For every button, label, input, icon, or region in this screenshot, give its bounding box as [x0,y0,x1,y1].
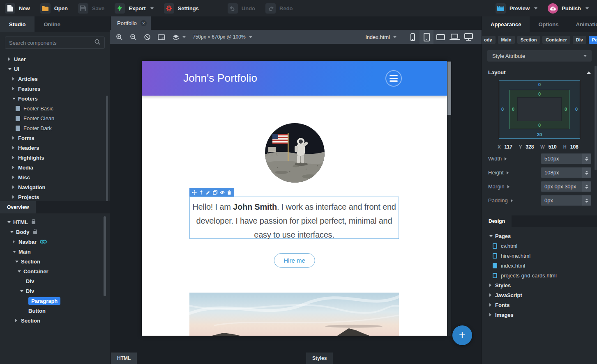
export-button[interactable]: Export [115,3,153,14]
overview-item-paragraph[interactable]: Paragraph [0,296,110,306]
tree-item-footers[interactable]: Footers [0,94,110,103]
box-model[interactable]: 0 30 0 0 0 0 0 0 [499,80,580,139]
delete-icon[interactable] [227,190,232,195]
canvas-size-selector[interactable]: 750px × 670px @ 100% [193,34,252,40]
publish-button[interactable]: Publish [548,3,589,14]
margin-field[interactable]: 0px 0px 30px [541,181,591,192]
move-up-icon[interactable] [199,190,204,195]
design-item-images[interactable]: Images [482,310,597,320]
tab-overview[interactable]: Overview [0,201,36,213]
breadcrumb-body[interactable]: ody [482,36,496,44]
device-tablet-landscape-button[interactable] [433,30,447,44]
device-laptop-button[interactable] [447,30,461,44]
open-button[interactable]: Open [40,3,68,14]
canvas[interactable]: John's Portfolio [110,44,482,352]
tree-item-forms[interactable]: Forms [0,133,110,143]
overview-item-div[interactable]: Div [0,276,110,286]
disable-styles-icon[interactable] [144,34,151,41]
redo-button[interactable]: Redo [265,3,293,14]
padding-field[interactable]: 0px [541,195,591,206]
overview-item-html[interactable]: HTML [0,217,110,227]
stepper-icon[interactable] [582,195,591,206]
right-panel-scrollbar[interactable] [595,66,597,170]
overview-item-container[interactable]: Container [0,266,110,276]
zoom-in-icon[interactable] [116,34,123,41]
design-item-cv[interactable]: cv.html [482,241,597,251]
design-item-projects-grid-cards[interactable]: projects-grid-cards.html [482,270,597,280]
stepper-icon[interactable] [582,167,591,178]
tree-item-ui[interactable]: UI [0,64,110,74]
stepper-icon[interactable] [582,153,591,164]
hamburger-menu-icon[interactable] [385,70,402,87]
device-desktop-button[interactable] [461,30,475,44]
breadcrumb-container[interactable]: Container [542,36,570,44]
tab-studio[interactable]: Studio [0,16,35,32]
style-attribute-select[interactable]: Style Attribute [487,50,592,62]
edit-icon[interactable] [206,190,211,195]
search-input[interactable] [9,40,95,46]
tree-item-projects[interactable]: Projects [0,192,110,201]
breadcrumb-section[interactable]: Section [517,36,540,44]
layout-section-header[interactable]: Layout [488,69,591,76]
tree-item-footer-dark[interactable]: Footer Dark [0,123,110,133]
tab-animation[interactable]: Animation [567,16,597,32]
design-item-styles[interactable]: Styles [482,280,597,290]
tree-item-footer-basic[interactable]: Footer Basic [0,103,110,113]
tab-appearance[interactable]: Appearance [482,16,530,32]
tree-item-highlights[interactable]: Highlights [0,153,110,163]
height-field[interactable]: 108px [541,167,591,178]
device-phone-button[interactable] [406,30,420,44]
frame-icon[interactable] [158,34,165,40]
overview-item-section2[interactable]: Section [0,316,110,325]
stepper-icon[interactable] [582,181,591,192]
tree-item-misc[interactable]: Misc [0,172,110,182]
tab-styles-editor[interactable]: Styles [306,353,333,364]
undo-button[interactable]: Undo [228,3,255,14]
page-navbar[interactable]: John's Portfolio [142,61,447,96]
tree-item-user[interactable]: User [0,54,110,64]
design-item-hire-me[interactable]: hire-me.html [482,251,597,261]
design-item-fonts[interactable]: Fonts [482,300,597,310]
page-scrollbar-thumb[interactable] [447,62,451,115]
duplicate-icon[interactable] [213,190,218,195]
breadcrumb-div[interactable]: Div [573,36,586,44]
width-field[interactable]: 510px [541,153,591,164]
save-button[interactable]: Save [78,3,104,14]
preview-button[interactable]: Preview [496,3,537,14]
overview-item-section[interactable]: Section [0,256,110,266]
page-preview[interactable]: John's Portfolio [142,61,447,336]
device-tablet-button[interactable] [420,30,433,44]
tree-item-media[interactable]: Media [0,163,110,172]
component-tree-scrollbar[interactable] [106,96,108,201]
design-item-javascript[interactable]: JavaScript [482,290,597,300]
overview-item-body[interactable]: Body [0,227,110,237]
add-element-fab[interactable] [452,325,472,345]
file-selector[interactable]: index.html [366,34,396,40]
design-item-pages[interactable]: Pages [482,231,597,241]
overview-item-div2[interactable]: Div [0,286,110,296]
overview-scrollbar[interactable] [104,216,106,296]
tab-options[interactable]: Options [530,16,567,32]
tree-item-features[interactable]: Features [0,84,110,94]
tab-html-editor[interactable]: HTML [111,353,137,364]
layers-icon[interactable] [172,34,186,40]
design-item-index[interactable]: index.html [482,261,597,270]
move-icon[interactable] [192,190,197,195]
tree-item-navigation[interactable]: Navigation [0,182,110,192]
zoom-out-icon[interactable] [130,34,137,41]
tab-design[interactable]: Design [482,215,512,227]
hide-icon[interactable] [220,190,225,195]
settings-button[interactable]: Settings [164,3,199,14]
close-tab-icon[interactable] [141,20,147,26]
new-button[interactable]: New [5,3,30,14]
hire-me-button[interactable]: Hire me [274,253,315,268]
tree-item-headers[interactable]: Headers [0,143,110,153]
tab-portfolio[interactable]: Portfolio [111,16,151,30]
breadcrumb-paragraph[interactable]: Paragraph [589,36,597,44]
breadcrumb-main[interactable]: Main [498,36,515,44]
overview-item-navbar[interactable]: Navbar [0,237,110,247]
tree-item-footer-clean[interactable]: Footer Clean [0,113,110,123]
overview-item-button[interactable]: Button [0,306,110,316]
overview-item-main[interactable]: Main [0,247,110,256]
tree-item-articles[interactable]: Articles [0,74,110,84]
